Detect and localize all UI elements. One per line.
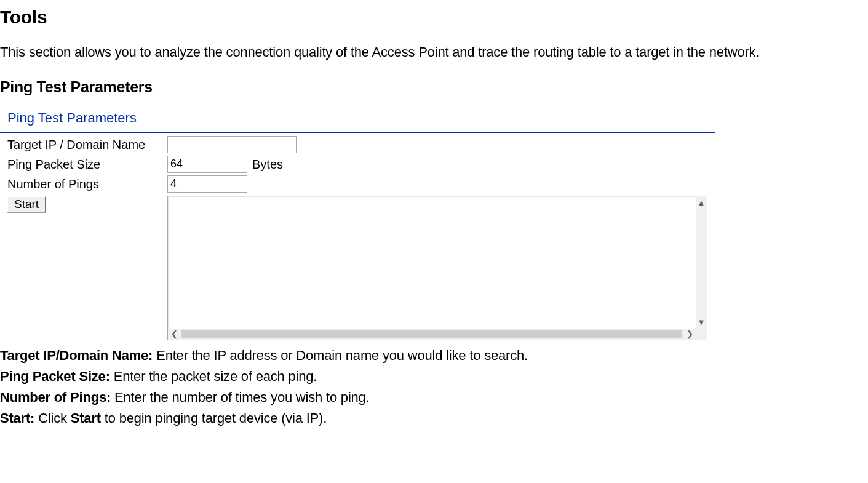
ping-parameters-panel: Ping Test Parameters Target IP / Domain … <box>0 108 715 340</box>
horizontal-scrollbar[interactable]: ❮ ❯ <box>168 329 696 340</box>
number-of-pings-input[interactable] <box>167 175 247 193</box>
panel-title: Ping Test Parameters <box>0 108 715 133</box>
def-desc-pings: Enter the number of times you wish to pi… <box>111 389 369 405</box>
def-desc-start-post: to begin pinging target device (via IP). <box>101 410 327 426</box>
scroll-thumb[interactable] <box>181 330 682 338</box>
vertical-scrollbar[interactable]: ▲ ▼ <box>696 196 707 329</box>
scroll-down-icon[interactable]: ▼ <box>698 318 706 326</box>
packet-size-input[interactable] <box>167 156 247 173</box>
ping-parameters-heading: Ping Test Parameters <box>0 76 868 99</box>
label-number-of-pings: Number of Pings <box>7 175 167 193</box>
def-term-pings: Number of Pings: <box>0 389 111 405</box>
def-desc-target: Enter the IP address or Domain name you … <box>153 348 528 363</box>
def-desc-start-bold: Start <box>71 410 101 426</box>
def-desc-packet: Enter the packet size of each ping. <box>110 369 317 384</box>
start-button[interactable]: Start <box>7 196 46 212</box>
def-term-packet: Ping Packet Size: <box>0 369 110 384</box>
label-target-ip: Target IP / Domain Name <box>7 135 167 154</box>
scroll-right-icon[interactable]: ❯ <box>683 330 696 338</box>
def-desc-start-pre: Click <box>34 410 71 426</box>
definitions-list: Target IP/Domain Name: Enter the IP addr… <box>0 345 868 429</box>
scroll-left-icon[interactable]: ❮ <box>168 330 180 338</box>
page-description: This section allows you to analyze the c… <box>0 42 868 62</box>
target-ip-input[interactable] <box>167 136 297 153</box>
page-title: Tools <box>0 3 868 31</box>
ping-output-textarea[interactable]: ▲ ▼ ❮ ❯ <box>167 196 707 340</box>
scroll-up-icon[interactable]: ▲ <box>698 199 706 207</box>
packet-size-unit: Bytes <box>252 155 283 174</box>
label-packet-size: Ping Packet Size <box>7 155 167 174</box>
scroll-corner <box>696 329 707 340</box>
def-term-start: Start: <box>0 410 34 426</box>
def-term-target: Target IP/Domain Name: <box>0 348 153 363</box>
